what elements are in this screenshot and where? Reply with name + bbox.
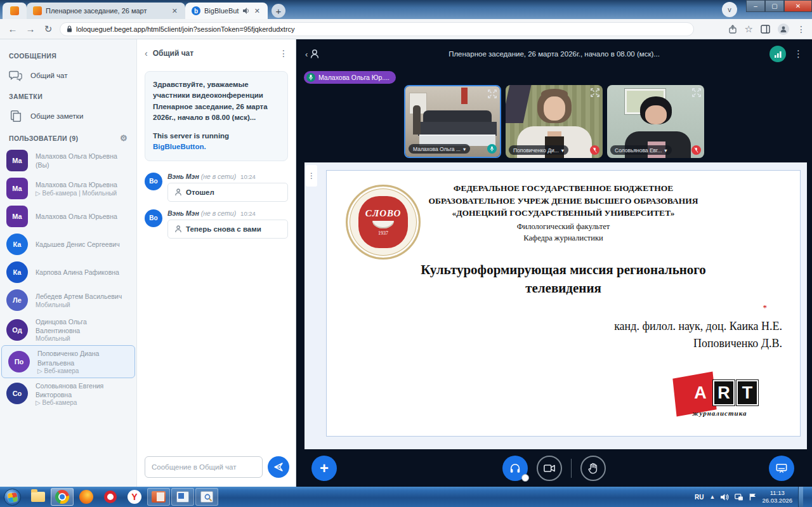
screen: Пленарное заседание, 26 март ✕ b BigBlue… — [0, 0, 812, 507]
talking-indicator[interactable]: Малахова Ольга Юр.... — [304, 71, 396, 84]
toggle-userlist-button[interactable]: ‹ — [305, 48, 320, 60]
raise-hand-button[interactable] — [580, 456, 606, 481]
user-row[interactable]: Од Одинцова Ольга Валентиновна Мобильный — [0, 314, 136, 345]
action-bar: + — [296, 450, 812, 487]
actionbar-divider — [571, 459, 572, 478]
seal-book-icon — [372, 221, 394, 228]
audio-options-badge[interactable] — [521, 474, 529, 482]
side-panel-icon[interactable] — [761, 25, 770, 34]
new-tab-button[interactable]: + — [272, 4, 285, 18]
browser-menu-icon[interactable]: ⋮ — [797, 24, 806, 34]
fullscreen-icon[interactable] — [591, 88, 599, 97]
tab-bigbluebutton[interactable]: b BigBlueButton - Пленарное ✕ — [185, 3, 268, 19]
webcam-malakhova[interactable]: Малахова Ольга ...▾ — [404, 85, 501, 158]
send-icon — [273, 462, 284, 472]
taskbar-firefox[interactable] — [75, 488, 98, 506]
fullscreen-icon[interactable] — [488, 89, 497, 98]
user-row[interactable]: Со Соловьянова Евгения Викторовна ▷ Веб-… — [0, 378, 136, 409]
webcam-name-tag[interactable]: Поповиченко Ди...▾ — [509, 145, 568, 155]
chat-message-input[interactable] — [145, 456, 263, 478]
sidebar-item-shared-notes[interactable]: Общие заметки — [0, 104, 136, 128]
close-button[interactable]: ✕ — [784, 0, 812, 12]
folder-icon — [31, 492, 45, 502]
minimize-button[interactable]: – — [746, 0, 765, 12]
taskbar-explorer[interactable] — [27, 488, 49, 506]
message-author: Вэнь Мэн — [167, 209, 199, 217]
profile-avatar[interactable] — [778, 23, 789, 35]
yandex-icon: Y — [128, 490, 141, 504]
chat-panel: ‹ Общий чат ⋮ Здравствуйте, уважаемые уч… — [136, 39, 296, 487]
chat-back-icon[interactable]: ‹ — [145, 48, 148, 58]
restore-presentation-button[interactable] — [769, 456, 794, 481]
taskbar-powerpoint[interactable] — [147, 488, 170, 506]
user-row[interactable]: Ле Лебедев Артем Васильевич Мобильный — [0, 286, 136, 314]
pinned-tab[interactable] — [3, 3, 27, 19]
webcam-popovichenko[interactable]: Поповиченко Ди...▾ — [506, 85, 603, 158]
user-row[interactable]: Ка Кадышев Денис Сергеевич — [0, 230, 136, 258]
whiteboard-menu-icon[interactable]: ⋮ — [306, 165, 317, 187]
tab-close-icon[interactable]: ✕ — [253, 7, 261, 15]
clock-time: 11:13 — [762, 489, 792, 497]
taskbar-opera[interactable] — [99, 488, 122, 506]
user-row[interactable]: Ма Малахова Ольга Юрьевна (Вы) — [0, 147, 136, 174]
taskbar-clock[interactable]: 11:13 26.03.2026 — [762, 489, 792, 504]
user-row[interactable]: Ма Малахова Ольга Юрьевна — [0, 202, 136, 230]
bigbluebutton-link[interactable]: BigBlueButton. — [153, 143, 206, 150]
options-menu-icon[interactable]: ⋮ — [794, 48, 803, 60]
show-desktop-button[interactable] — [798, 487, 803, 507]
user-row[interactable]: Ма Малахова Ольга Юрьевна ▷ Веб-камера |… — [0, 174, 136, 202]
meeting-title: Пленарное заседание, 26 марта 2026г., на… — [296, 50, 812, 58]
send-message-button[interactable] — [268, 456, 289, 478]
chat-message: Во Вэнь Мэн (не в сети) 10:24 Теперь сно… — [137, 204, 296, 241]
hidden-icons-chevron[interactable]: ▲ — [710, 494, 716, 500]
presentation-slide[interactable]: СЛОВО 1937 ФЕДЕРАЛЬНОЕ ГОСУДАРСТВЕННОЕ Б… — [326, 170, 801, 437]
art-letter-t: T — [737, 380, 758, 405]
sidebar-item-public-chat[interactable]: Общий чат — [0, 63, 136, 88]
webcam-mic-muted-badge — [691, 145, 701, 155]
webcam-solovyanova[interactable]: Соловьянова Евг...▾ — [607, 85, 704, 158]
webcam-name-tag[interactable]: Малахова Ольга ...▾ — [409, 144, 470, 154]
tab-title: BigBlueButton - Пленарное — [204, 7, 239, 15]
journal-icon — [176, 491, 189, 503]
main-header: Пленарное заседание, 26 марта 2026г., на… — [296, 39, 812, 69]
forward-icon[interactable]: → — [24, 23, 37, 34]
action-center-flag-icon[interactable] — [749, 493, 756, 501]
manage-users-gear-icon[interactable]: ⚙ — [120, 133, 128, 143]
taskbar-journal[interactable] — [171, 488, 194, 506]
fullscreen-icon[interactable] — [692, 88, 701, 97]
webcam-name-tag[interactable]: Соловьянова Евг...▾ — [610, 145, 672, 155]
start-button[interactable] — [4, 489, 21, 506]
tab-audio-icon[interactable] — [243, 8, 249, 14]
language-indicator[interactable]: RU — [695, 494, 704, 501]
network-icon[interactable] — [735, 494, 743, 501]
bbb-favicon: b — [192, 6, 200, 15]
slide-footnote-mark: * — [763, 303, 768, 313]
tab-close-icon[interactable]: ✕ — [171, 7, 179, 15]
address-bar[interactable]: loloqueguef.beget.app/html5client/join?s… — [60, 22, 694, 36]
webcam-button[interactable] — [537, 456, 562, 481]
back-person-icon — [174, 225, 182, 233]
tab-favicon — [33, 6, 42, 15]
slide-author-line1: канд. филол. наук, доц. Каика Н.Е. — [614, 318, 782, 335]
chevron-down-icon: ▾ — [463, 146, 466, 152]
taskbar-chrome[interactable] — [51, 488, 74, 506]
user-row[interactable]: Ка Карпова Алина Рафиковна — [0, 258, 136, 286]
reload-icon[interactable]: ↻ — [42, 23, 55, 35]
share-icon[interactable] — [728, 25, 737, 34]
speaker-icon[interactable] — [721, 494, 729, 501]
notes-header: ЗАМЕТКИ — [0, 88, 136, 104]
user-name: Соловьянова Евгения Викторовна — [36, 381, 130, 399]
maximize-button[interactable]: ▢ — [765, 0, 784, 12]
tab-search-button[interactable]: v — [722, 2, 737, 17]
back-icon[interactable]: ← — [6, 23, 19, 34]
messages-header: СООБЩЕНИЯ — [0, 47, 136, 63]
presentation-screen-icon — [776, 463, 787, 473]
connection-status-button[interactable] — [769, 46, 786, 62]
chat-menu-icon[interactable]: ⋮ — [279, 48, 288, 58]
taskbar-search[interactable] — [195, 488, 218, 506]
bookmark-star-icon[interactable]: ☆ — [745, 23, 753, 35]
message-bubble: Отошел — [167, 183, 288, 202]
user-row-selected[interactable]: По Поповиченко Диана Витальевна ▷ Веб-ка… — [1, 345, 135, 378]
tab-plenary[interactable]: Пленарное заседание, 26 март ✕ — [27, 3, 185, 19]
taskbar-yandex[interactable]: Y — [123, 488, 146, 506]
